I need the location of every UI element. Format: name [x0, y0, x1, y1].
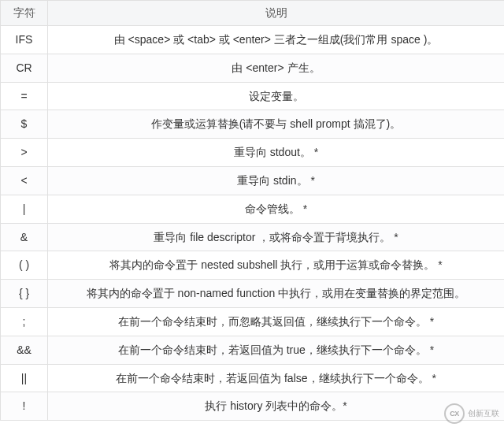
cell-desc: 设定变量。 — [48, 82, 505, 110]
cell-sym: || — [1, 364, 48, 392]
table-row: <重导向 stdin。 * — [1, 166, 505, 195]
cell-desc: 在前一个命令结束时，而忽略其返回值，继续执行下一个命令。 * — [48, 307, 505, 336]
cell-sym: ( ) — [1, 251, 48, 280]
cell-desc: 在前一个命令结束时，若返回值为 true，继续执行下一个命令。 * — [48, 336, 505, 364]
cell-sym: IFS — [1, 26, 48, 54]
cell-sym: && — [1, 336, 48, 364]
table-row: ( )将其内的命令置于 nested subshell 执行，或用于运算或命令替… — [1, 251, 505, 280]
cell-sym: < — [1, 166, 48, 195]
cell-desc: 将其内的命令置于 nested subshell 执行，或用于运算或命令替换。 … — [48, 251, 505, 280]
cell-sym: CR — [1, 54, 48, 82]
table-row: $作变量或运算替换(请不要与 shell prompt 搞混了)。 — [1, 110, 505, 139]
shell-chars-table: 字符 说明 IFS由 <space> 或 <tab> 或 <enter> 三者之… — [0, 0, 504, 421]
cell-sym: > — [1, 139, 48, 167]
cell-desc: 命令管线。 * — [48, 195, 505, 223]
table-row: { }将其内的命令置于 non-named function 中执行，或用在变量… — [1, 280, 505, 308]
table-row: ||在前一个命令结束时，若返回值为 false，继续执行下一个命令。 * — [1, 364, 505, 392]
table-row: &&在前一个命令结束时，若返回值为 true，继续执行下一个命令。 * — [1, 336, 505, 364]
table-row: IFS由 <space> 或 <tab> 或 <enter> 三者之一组成(我们… — [1, 26, 505, 54]
table-row: !执行 history 列表中的命令。* — [1, 392, 505, 421]
header-desc: 说明 — [48, 1, 505, 26]
cell-sym: = — [1, 82, 48, 110]
cell-desc: 重导向 stdout。 * — [48, 139, 505, 167]
table-row: >重导向 stdout。 * — [1, 139, 505, 167]
table-row: |命令管线。 * — [1, 195, 505, 223]
table-row: ;在前一个命令结束时，而忽略其返回值，继续执行下一个命令。 * — [1, 307, 505, 336]
cell-desc: 执行 history 列表中的命令。* — [48, 392, 505, 421]
table-row: =设定变量。 — [1, 82, 505, 110]
cell-desc: 将其内的命令置于 non-named function 中执行，或用在变量替换的… — [48, 280, 505, 308]
header-char: 字符 — [1, 1, 48, 26]
cell-desc: 重导向 file descriptor ，或将命令置于背境执行。 * — [48, 223, 505, 251]
cell-sym: | — [1, 195, 48, 223]
cell-desc: 重导向 stdin。 * — [48, 166, 505, 195]
cell-desc: 由 <enter> 产生。 — [48, 54, 505, 82]
table-row: &重导向 file descriptor ，或将命令置于背境执行。 * — [1, 223, 505, 251]
cell-sym: & — [1, 223, 48, 251]
table-row: CR由 <enter> 产生。 — [1, 54, 505, 82]
cell-desc: 由 <space> 或 <tab> 或 <enter> 三者之一组成(我们常用 … — [48, 26, 505, 54]
cell-sym: $ — [1, 110, 48, 139]
cell-desc: 作变量或运算替换(请不要与 shell prompt 搞混了)。 — [48, 110, 505, 139]
cell-sym: ! — [1, 392, 48, 421]
cell-sym: ; — [1, 307, 48, 336]
cell-sym: { } — [1, 280, 48, 308]
cell-desc: 在前一个命令结束时，若返回值为 false，继续执行下一个命令。 * — [48, 364, 505, 392]
